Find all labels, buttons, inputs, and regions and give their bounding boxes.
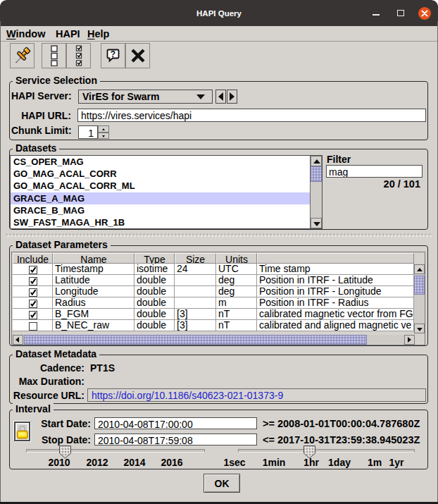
- svg-text:?: ?: [110, 49, 115, 59]
